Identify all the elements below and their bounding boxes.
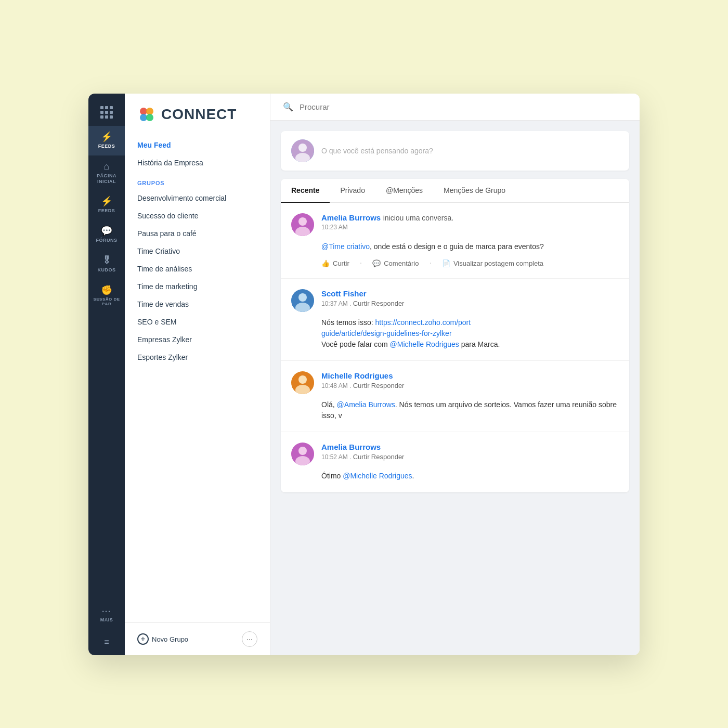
post-3-meta: Michelle Rodrigues 10:48 AM . Curtir Res…: [321, 371, 619, 389]
sidebar-item-group-9[interactable]: Esportes Zylker: [125, 348, 270, 366]
post-placeholder-text[interactable]: O que você está pensando agora?: [321, 147, 433, 155]
post-card-2: Scott Fisher 10:37 AM . Curtir Responder: [281, 279, 629, 361]
svg-point-3: [146, 114, 153, 121]
sidebar-nav: Meu Feed História da Empresa GRUPOS Dese…: [125, 132, 270, 622]
svg-point-2: [140, 114, 147, 121]
posts-container: Amelia Burrows iniciou uma conversa. 10:…: [281, 203, 629, 492]
sidebar-item-feeds-bottom[interactable]: ⚡ FEEDS: [88, 190, 125, 220]
feed-tabs-posts: Recente Privado @Menções Menções de Grup…: [281, 179, 629, 492]
sidebar-item-forums-label: FÓRUNS: [96, 238, 118, 243]
post-1-mention: @Time criativo: [321, 242, 370, 251]
sidebar-more-button[interactable]: ···: [242, 631, 257, 647]
tab-privado[interactable]: Privado: [330, 179, 375, 203]
new-post-box: O que você está pensando agora?: [281, 131, 629, 171]
sidebar-item-group-6[interactable]: Time de vendas: [125, 295, 270, 313]
sidebar-item-kudos[interactable]: 🎖 KUDOS: [88, 250, 125, 279]
post-2-reply-button[interactable]: Responder: [371, 300, 405, 307]
feed-main: O que você está pensando agora? Recente …: [270, 121, 640, 655]
post-4-like-button[interactable]: Curtir: [353, 453, 370, 461]
post-3-avatar: [291, 371, 314, 394]
new-group-button[interactable]: + Novo Grupo: [137, 633, 188, 645]
post-2-time: 10:37 AM . Curtir Responder: [321, 300, 619, 307]
sidebar-item-group-3[interactable]: Time Criativo: [125, 242, 270, 260]
post-4-prefix: Ótimo: [321, 472, 343, 480]
post-3-header: Michelle Rodrigues 10:48 AM . Curtir Res…: [291, 371, 619, 394]
app-title: CONNECT: [161, 106, 237, 123]
post-1-like-label: Curtir: [333, 259, 349, 267]
topbar: 🔍: [270, 94, 640, 121]
sidebar-item-more-label: MAIS: [100, 617, 113, 623]
svg-point-1: [146, 108, 153, 115]
svg-point-14: [298, 375, 307, 384]
tab-mencoes[interactable]: @Menções: [375, 179, 433, 203]
sidebar-item-home-label: PÁGINA INICIAL: [97, 173, 116, 185]
post-1-like-button[interactable]: 👍 Curtir: [321, 259, 349, 267]
lightning-icon: ⚡: [101, 132, 113, 141]
search-icon: 🔍: [283, 102, 293, 112]
sidebar-item-group-4[interactable]: Time de análises: [125, 260, 270, 278]
post-card-3: Michelle Rodrigues 10:48 AM . Curtir Res…: [281, 361, 629, 432]
sidebar-item-group-0[interactable]: Desenvolvimento comercial: [125, 189, 270, 207]
post-2-prefix: Nós temos isso:: [321, 318, 375, 327]
sidebar-item-group-5[interactable]: Time de marketing: [125, 278, 270, 295]
post-3-like-button[interactable]: Curtir: [353, 382, 370, 389]
svg-point-17: [298, 447, 307, 455]
post-4-after-mention: .: [412, 472, 414, 480]
sidebar-item-group-2[interactable]: Pausa para o café: [125, 225, 270, 242]
sidebar-item-forums[interactable]: 💬 FÓRUNS: [88, 220, 125, 250]
grid-menu-button[interactable]: [88, 99, 125, 126]
sidebar-item-group-7[interactable]: SEO e SEM: [125, 313, 270, 331]
more-dots-icon: ···: [102, 608, 111, 615]
post-2-like-button[interactable]: Curtir: [353, 300, 370, 307]
post-4-mention: @Michelle Rodrigues: [343, 472, 412, 480]
icon-sidebar: ⚡ FEEDS ⌂ PÁGINA INICIAL ⚡ FEEDS 💬 FÓRUN…: [88, 94, 125, 655]
groups-section-label: GRUPOS: [125, 172, 270, 189]
post-4-reply-button[interactable]: Responder: [371, 453, 405, 461]
sidebar-header: CONNECT: [125, 94, 270, 132]
new-group-plus-icon: +: [137, 633, 149, 645]
menu-lines-button[interactable]: ≡: [104, 638, 109, 655]
sidebar-item-home[interactable]: ⌂ PÁGINA INICIAL: [88, 155, 125, 191]
post-2-body: Nós temos isso: https://connect.zoho.com…: [291, 317, 619, 350]
post-1-time: 10:23 AM: [321, 224, 619, 231]
lightning2-icon: ⚡: [101, 197, 113, 206]
post-2-meta: Scott Fisher 10:37 AM . Curtir Responder: [321, 289, 619, 307]
post-3-body: Olá, @Amelia Burrows. Nós temos um arqui…: [291, 399, 619, 421]
sidebar-item-qa-label: SESSÃO DE P&R: [93, 297, 120, 307]
like-icon: 👍: [321, 259, 330, 267]
main-sidebar: CONNECT Meu Feed História da Empresa GRU…: [125, 94, 270, 655]
tab-recente[interactable]: Recente: [281, 179, 330, 203]
sidebar-item-more[interactable]: ··· MAIS: [88, 602, 125, 629]
fist-icon: ✊: [101, 285, 113, 295]
post-2-author: Scott Fisher: [321, 289, 367, 298]
sidebar-item-group-8[interactable]: Empresas Zylker: [125, 331, 270, 348]
sidebar-item-company-history[interactable]: História da Empresa: [125, 154, 270, 172]
search-input[interactable]: [300, 102, 627, 111]
sidebar-item-myfeed[interactable]: Meu Feed: [125, 136, 270, 154]
home-icon: ⌂: [103, 162, 109, 171]
post-3-reply-button[interactable]: Responder: [371, 382, 405, 389]
new-group-label: Novo Grupo: [152, 635, 188, 643]
sidebar-item-feeds-top-label: FEEDS: [98, 144, 115, 149]
post-4-time: 10:52 AM . Curtir Responder: [321, 453, 619, 461]
post-1-header: Amelia Burrows iniciou uma conversa. 10:…: [291, 213, 619, 236]
svg-point-11: [298, 293, 307, 302]
post-3-mention: @Amelia Burrows: [337, 400, 395, 409]
sidebar-item-feeds-top[interactable]: ⚡ FEEDS: [88, 126, 125, 155]
post-1-avatar: [291, 213, 314, 236]
post-1-view-button[interactable]: 📄 Visualizar postagem completa: [442, 259, 543, 267]
sidebar-item-qa[interactable]: ✊ SESSÃO DE P&R: [88, 279, 125, 313]
post-4-header: Amelia Burrows 10:52 AM . Curtir Respond…: [291, 443, 619, 465]
user-avatar-image: [291, 139, 314, 162]
sidebar-item-group-1[interactable]: Sucesso do cliente: [125, 207, 270, 225]
post-1-actions: 👍 Curtir · 💬 Comentário · 📄 V: [291, 258, 619, 268]
tab-mencoes-grupo[interactable]: Menções de Grupo: [433, 179, 516, 203]
menu-lines-icon: ≡: [104, 638, 109, 647]
post-4-body: Ótimo @Michelle Rodrigues.: [291, 471, 619, 482]
post-2-mention: @Michelle Rodrigues: [390, 340, 459, 348]
post-1-comment-button[interactable]: 💬 Comentário: [372, 259, 419, 267]
post-2-avatar: [291, 289, 314, 312]
grid-icon: [100, 106, 113, 119]
content-area: 🔍 O que você está pensando agora?: [270, 94, 640, 655]
post-3-author: Michelle Rodrigues: [321, 371, 393, 380]
